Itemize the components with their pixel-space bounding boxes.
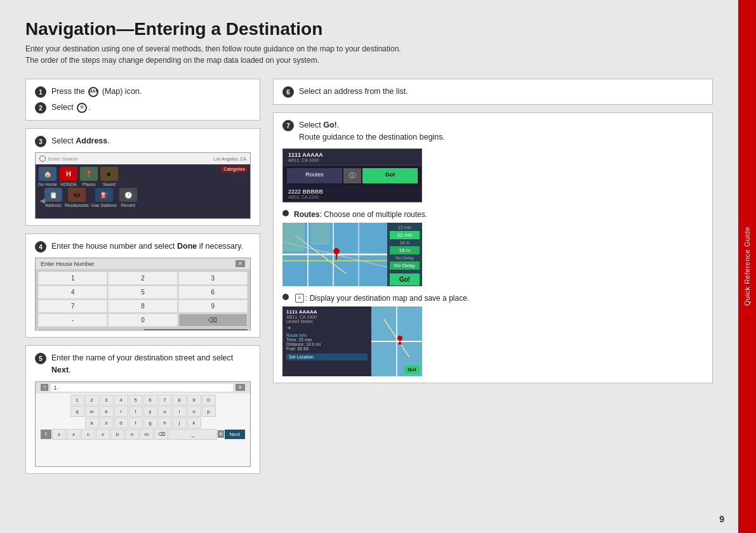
- key-a[interactable]: a: [85, 418, 99, 428]
- go-btn[interactable]: Go!: [362, 168, 418, 183]
- routes-buttons: Routes ⓘ Go!: [283, 166, 421, 186]
- screen5-input[interactable]: 1: [51, 384, 233, 392]
- routes-text: : Choose one of multiple routes.: [320, 210, 427, 219]
- key-m[interactable]: m: [140, 429, 154, 440]
- gas-icon-box: ⛽: [95, 188, 113, 202]
- key-d[interactable]: d: [114, 418, 128, 428]
- info-arrow-left: ◄: [286, 325, 368, 331]
- step7-header: 7 Select Go!. Route guidance to the dest…: [282, 119, 703, 143]
- key-9[interactable]: 9: [178, 299, 248, 313]
- key-6[interactable]: 6: [178, 286, 248, 299]
- info-set-location-btn[interactable]: Set Location: [286, 353, 368, 360]
- key-num-5[interactable]: 5: [129, 395, 143, 405]
- key-num-0[interactable]: 0: [202, 395, 216, 405]
- key-u[interactable]: u: [158, 406, 172, 417]
- key-p[interactable]: p: [202, 406, 216, 417]
- step3-header: 3 Select Address.: [35, 135, 251, 147]
- screen3-search-placeholder: Enter Search: [48, 156, 78, 162]
- screen4-header-text: Enter House Number: [41, 261, 95, 267]
- go-home-label: Go Home: [38, 182, 57, 187]
- step4-circle: 4: [35, 241, 46, 253]
- page-number: 9: [719, 514, 724, 524]
- key-q[interactable]: q: [70, 406, 84, 417]
- step3-text: Select Address.: [51, 135, 110, 147]
- key-o[interactable]: o: [187, 406, 201, 417]
- key-backspace[interactable]: ⌫: [178, 313, 248, 327]
- address-label: Address: [45, 203, 62, 207]
- key-2[interactable]: 2: [108, 272, 177, 285]
- key-num-8[interactable]: 8: [173, 395, 187, 405]
- map-time2: 18 m: [390, 246, 420, 254]
- screen5-shift[interactable]: ⇧: [41, 430, 51, 439]
- info-route-info: Route Info Time: 25 min Distance: 18.0 m…: [286, 333, 368, 351]
- dest2-addr: AB52, CA 2200: [288, 195, 416, 199]
- key-4[interactable]: 4: [38, 286, 107, 299]
- svg-rect-8: [282, 223, 305, 251]
- info-route-dist: Distance: 18.0 mi: [286, 342, 368, 346]
- key-dash[interactable]: -: [38, 313, 107, 327]
- map-icon: MAP: [88, 87, 98, 97]
- key-i[interactable]: i: [173, 406, 187, 417]
- step2-text: Select ⊙.: [51, 102, 91, 114]
- screen4-numpad: 1 2 3 4 5 6 7 8 9 - 0 ⌫: [36, 269, 250, 329]
- step5-circle: 5: [35, 353, 46, 364]
- key-num-2[interactable]: 2: [85, 395, 99, 405]
- key-h[interactable]: h: [158, 418, 172, 428]
- key-num-9[interactable]: 9: [187, 395, 201, 405]
- screen3-icon-rows: 🏠 Go Home H HONDA 📍 Places: [36, 164, 250, 187]
- key-j[interactable]: j: [173, 418, 187, 428]
- routes-btn[interactable]: Routes: [287, 168, 342, 183]
- screen5-next-btn[interactable]: Next: [225, 430, 245, 439]
- key-t[interactable]: t: [129, 406, 143, 417]
- info-go-btn[interactable]: Go!: [404, 365, 420, 374]
- key-k[interactable]: k: [187, 418, 201, 428]
- key-y[interactable]: y: [143, 406, 157, 417]
- key-r[interactable]: r: [114, 406, 128, 417]
- screen4-header-bar: Enter House Number ✕: [36, 258, 250, 269]
- key-f[interactable]: f: [129, 418, 143, 428]
- key-g[interactable]: g: [143, 418, 157, 428]
- screen4-done-btn[interactable]: Done: [143, 329, 248, 331]
- key-num-4[interactable]: 4: [114, 395, 128, 405]
- key-num-3[interactable]: 3: [100, 395, 114, 405]
- screen4-close[interactable]: ✕: [235, 260, 245, 267]
- key-num-7[interactable]: 7: [158, 395, 172, 405]
- screen5-space[interactable]: _: [169, 429, 217, 440]
- info-route-fuel: Fuel: $0.86: [286, 346, 368, 351]
- info-btn[interactable]: ⓘ: [343, 168, 361, 183]
- screen3-search-bar: Enter Search Los Angeles, CA: [36, 153, 250, 164]
- key-0[interactable]: 0: [108, 313, 177, 327]
- key-n[interactable]: n: [125, 429, 139, 440]
- step6-text: Select an address from the list.: [299, 86, 408, 98]
- screen5-close[interactable]: ✕: [235, 384, 245, 391]
- screen3-gas: ⛽ Gas Stations: [91, 188, 117, 207]
- key-3[interactable]: 3: [178, 272, 248, 285]
- key-x[interactable]: x: [67, 429, 81, 440]
- key-num-6[interactable]: 6: [143, 395, 157, 405]
- screen5-row2: a s d f g h j k: [38, 418, 248, 428]
- key-1[interactable]: 1: [38, 272, 107, 285]
- key-8[interactable]: 8: [108, 299, 177, 313]
- key-bksp[interactable]: ⌫: [154, 429, 168, 440]
- categories-label: Categories: [221, 166, 248, 173]
- key-e[interactable]: e: [100, 406, 114, 417]
- map-go-btn[interactable]: Go!: [390, 273, 420, 286]
- key-num-1[interactable]: 1: [70, 395, 84, 405]
- recent-label: Recent: [121, 203, 135, 207]
- key-b[interactable]: b: [110, 429, 124, 440]
- key-5[interactable]: 5: [108, 286, 177, 299]
- go-home-icon-box: 🏠: [39, 167, 56, 181]
- screen4-abc-btn[interactable]: ABC: [38, 329, 143, 331]
- step7-subtext: Route guidance to the destination begins…: [299, 133, 445, 141]
- key-7[interactable]: 7: [38, 299, 107, 313]
- screen5-bottom-row: ⇧ z x c v b n m ⌫ _ ⊕ Ne: [38, 429, 248, 440]
- step2-header: 2 Select ⊙.: [35, 102, 251, 114]
- screen5-globe[interactable]: ⊕: [218, 430, 224, 438]
- key-z[interactable]: z: [52, 429, 66, 440]
- key-v[interactable]: v: [96, 429, 110, 440]
- key-s[interactable]: s: [100, 418, 114, 428]
- screen3-address: 📋 Address: [44, 188, 62, 207]
- honda-label: HONDA: [60, 182, 76, 187]
- key-c[interactable]: c: [81, 429, 95, 440]
- key-w[interactable]: w: [85, 406, 99, 417]
